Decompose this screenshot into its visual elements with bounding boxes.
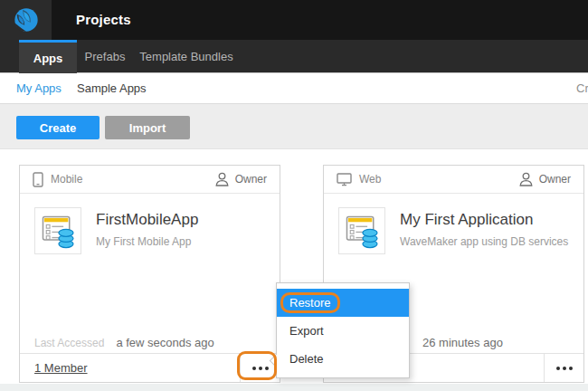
platform-label: Web — [359, 173, 381, 186]
top-bar: Projects — [0, 0, 588, 40]
context-menu: Restore Export Delete — [276, 282, 410, 378]
owner-badge: Owner — [215, 172, 267, 186]
person-icon — [519, 172, 533, 186]
ellipsis-icon — [556, 367, 560, 370]
action-bar: Create Import — [0, 103, 588, 149]
members-link[interactable]: 1 Member — [34, 361, 88, 375]
last-accessed-value: a few seconds ago — [116, 336, 213, 349]
menu-item-delete[interactable]: Delete — [277, 345, 409, 373]
app-name-link[interactable]: My First Application — [400, 211, 568, 229]
person-icon — [215, 172, 229, 186]
tab-apps[interactable]: Apps — [19, 40, 77, 73]
truncated-right-control[interactable]: Cr — [576, 74, 588, 103]
ellipsis-icon — [252, 367, 256, 370]
app-texts: FirstMobileApp My First Mobile App — [96, 211, 198, 254]
app-description: WaveMaker app using DB services — [400, 235, 568, 248]
app-texts: My First Application WaveMaker app using… — [400, 211, 568, 254]
app-thumbnail-icon[interactable] — [338, 207, 385, 254]
card-body: My First Application WaveMaker app using… — [338, 207, 576, 254]
app-description: My First Mobile App — [96, 235, 198, 248]
logo-button[interactable] — [0, 0, 52, 40]
tab-template-bundles[interactable]: Template Bundles — [134, 40, 239, 73]
last-accessed-value: 26 minutes ago — [422, 336, 503, 349]
role-label: Owner — [539, 173, 571, 186]
card-menu-button[interactable] — [544, 354, 583, 382]
projects-page: Projects Apps Prefabs Template Bundles M… — [0, 0, 588, 391]
database-icon — [59, 229, 73, 247]
menu-item-restore[interactable]: Restore — [277, 289, 409, 317]
platform-label: Mobile — [51, 173, 82, 186]
mobile-icon — [33, 172, 43, 187]
subnav-my-apps[interactable]: My Apps — [16, 74, 62, 103]
app-name-link[interactable]: FirstMobileApp — [96, 211, 198, 229]
restore-highlight-annotation: Restore — [280, 292, 340, 313]
last-accessed-label: Last Accessed — [34, 337, 104, 349]
main-tab-bar: Apps Prefabs Template Bundles — [0, 40, 588, 73]
sub-nav: My Apps Sample Apps Cr — [0, 74, 588, 103]
tab-prefabs[interactable]: Prefabs — [80, 40, 130, 73]
create-button[interactable]: Create — [16, 116, 100, 139]
subnav-sample-apps[interactable]: Sample Apps — [77, 74, 147, 103]
app-card-mobile: Mobile Owner — [19, 165, 280, 383]
card-header: Web Owner — [324, 166, 583, 194]
app-thumbnail-icon[interactable] — [34, 207, 81, 254]
bottom-strip — [0, 384, 588, 391]
card-header: Mobile Owner — [20, 166, 280, 194]
web-icon — [337, 173, 352, 186]
database-icon — [363, 229, 377, 247]
menu-item-export[interactable]: Export — [277, 317, 409, 345]
wavemaker-logo-icon — [13, 6, 40, 33]
card-footer: 1 Member — [20, 353, 280, 382]
import-button[interactable]: Import — [105, 116, 190, 139]
card-body: FirstMobileApp My First Mobile App — [34, 207, 272, 254]
owner-badge: Owner — [519, 172, 571, 186]
role-label: Owner — [235, 173, 267, 186]
last-accessed-row: Last Accesseda few seconds ago — [34, 336, 214, 349]
page-title: Projects — [76, 0, 131, 40]
